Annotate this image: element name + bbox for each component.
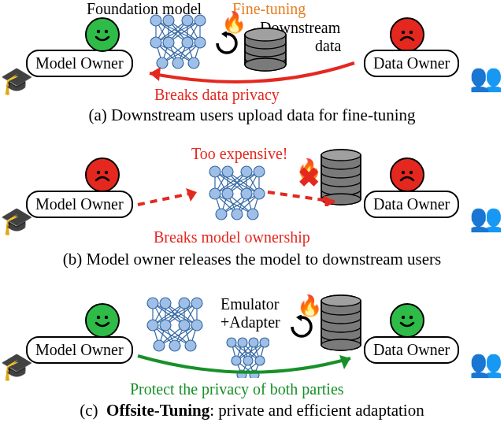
svg-point-48: [105, 171, 108, 174]
svg-point-32: [182, 15, 193, 26]
caption-b-text: (b) Model owner releases the model to do…: [63, 250, 442, 268]
label-breaks-ownership: Breaks model ownership: [154, 228, 310, 246]
svg-point-30: [150, 15, 161, 26]
svg-point-79: [241, 166, 252, 177]
svg-point-34: [150, 37, 161, 48]
database-icon: [317, 294, 365, 352]
svg-point-166: [402, 316, 405, 319]
svg-point-154: [238, 338, 247, 347]
svg-point-124: [147, 298, 158, 309]
sad-face-icon: [390, 17, 424, 52]
model-owner-box: Model Owner: [26, 50, 133, 77]
svg-point-165: [321, 295, 361, 306]
svg-point-37: [195, 37, 206, 48]
refresh-icon: [215, 31, 239, 55]
svg-point-134: [185, 340, 196, 351]
arrow-offsite: [130, 352, 366, 383]
svg-point-132: [154, 340, 165, 351]
svg-point-128: [147, 320, 158, 331]
label-adapter: +Adapter: [220, 313, 280, 331]
panel-c: 🎓 Model Owner Emulator +Adapter 🔥: [0, 280, 504, 437]
network-icon: [209, 165, 265, 227]
svg-point-86: [232, 209, 243, 220]
svg-point-167: [410, 316, 413, 319]
svg-point-127: [191, 298, 202, 309]
arrow-release-right: [264, 180, 350, 206]
svg-point-80: [254, 166, 265, 177]
svg-point-153: [227, 338, 236, 347]
svg-point-82: [222, 188, 233, 199]
svg-point-0: [97, 30, 100, 33]
caption-a-text: (a) Downstream users upload data for fin…: [88, 106, 415, 124]
svg-point-156: [260, 338, 269, 347]
sad-face-icon: [390, 157, 424, 192]
data-owner-text: Data Owner: [373, 54, 450, 72]
label-protect-privacy: Protect the privacy of both parties: [130, 380, 344, 398]
network-icon: [146, 297, 203, 358]
svg-point-35: [163, 37, 174, 48]
data-owner-box: Data Owner: [364, 336, 459, 364]
svg-point-1: [105, 30, 108, 33]
users-icon: 👥: [469, 202, 502, 233]
label-data: data: [315, 37, 341, 55]
sad-face-icon: [85, 157, 120, 192]
label-too-expensive: Too expensive!: [191, 145, 287, 163]
svg-point-133: [169, 340, 180, 351]
svg-point-164: [321, 339, 361, 350]
caption-b: (b) Model owner releases the model to do…: [0, 250, 504, 269]
panel-b: 🎓 Model Owner Too expensive! 🔥 ✖: [0, 134, 504, 280]
arrow-release-left: [134, 187, 213, 214]
model-owner-text: Model Owner: [35, 341, 124, 358]
happy-face-icon: [390, 303, 424, 338]
caption-a: (a) Downstream users upload data for fin…: [0, 106, 504, 125]
svg-point-45: [402, 31, 405, 34]
svg-point-87: [247, 209, 258, 220]
svg-point-129: [160, 320, 171, 331]
model-owner-text: Model Owner: [35, 54, 124, 72]
data-owner-box: Data Owner: [364, 50, 459, 77]
users-icon: 👥: [469, 347, 502, 379]
caption-c-bold: Offsite-Tuning: [106, 401, 209, 420]
data-owner-text: Data Owner: [373, 195, 450, 213]
svg-point-33: [195, 15, 206, 26]
svg-point-46: [410, 31, 413, 34]
svg-point-155: [249, 338, 258, 347]
happy-face-icon: [85, 17, 120, 52]
svg-point-31: [163, 15, 174, 26]
caption-c: (c) Offsite-Tuning: private and efficien…: [0, 401, 504, 420]
caption-c-rest: : private and efficient adaptation: [209, 401, 424, 420]
svg-point-85: [216, 209, 227, 220]
data-owner-box: Data Owner: [364, 191, 459, 218]
svg-point-78: [222, 166, 233, 177]
svg-point-125: [160, 298, 171, 309]
model-owner-text: Model Owner: [35, 195, 124, 213]
svg-point-83: [241, 188, 252, 199]
svg-point-93: [410, 171, 413, 174]
svg-point-36: [182, 37, 193, 48]
svg-point-84: [254, 188, 265, 199]
model-owner-box: Model Owner: [26, 191, 133, 218]
label-breaks-privacy: Breaks data privacy: [154, 86, 280, 104]
refresh-icon: [290, 315, 313, 339]
svg-point-126: [179, 298, 190, 309]
svg-point-77: [209, 166, 220, 177]
data-owner-text: Data Owner: [373, 341, 450, 358]
svg-point-47: [97, 171, 100, 174]
model-owner-box: Model Owner: [26, 336, 133, 364]
svg-point-92: [402, 171, 405, 174]
svg-point-130: [179, 320, 190, 331]
happy-face-icon: [85, 303, 120, 338]
svg-rect-163: [321, 301, 361, 345]
svg-point-131: [191, 320, 202, 331]
svg-point-44: [245, 28, 286, 41]
panel-a: Foundation model Fine-tuning Downstream …: [0, 0, 504, 134]
svg-point-91: [321, 150, 361, 161]
label-emulator: Emulator: [220, 295, 279, 313]
users-icon: 👥: [469, 61, 502, 93]
svg-point-94: [97, 316, 100, 319]
svg-point-95: [105, 316, 108, 319]
